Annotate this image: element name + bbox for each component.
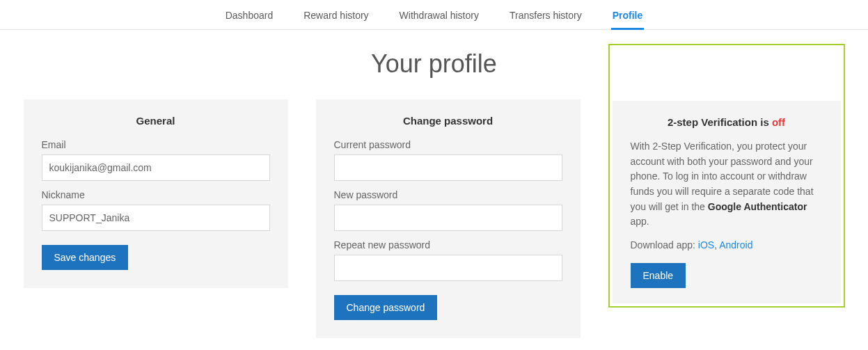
nav-reward-history[interactable]: Reward history (302, 4, 370, 29)
content-columns: General Email Nickname Save changes Chan… (10, 100, 859, 338)
download-ios-link[interactable]: iOS (698, 239, 714, 250)
two-step-verification-card: 2-step Verification is off With 2-Step V… (608, 44, 845, 308)
download-android-link[interactable]: Android (719, 239, 752, 250)
two-step-desc-after: app. (631, 216, 649, 227)
current-password-field[interactable] (334, 154, 562, 181)
download-prefix: Download app: (631, 239, 698, 250)
nav-dashboard[interactable]: Dashboard (224, 4, 275, 29)
two-step-status: off (772, 116, 785, 128)
nav-transfers-history[interactable]: Transfers history (508, 4, 583, 29)
email-label: Email (42, 139, 270, 150)
change-password-button[interactable]: Change password (334, 295, 438, 320)
nickname-field[interactable] (42, 205, 270, 231)
current-password-label: Current password (334, 139, 562, 150)
general-heading: General (42, 115, 270, 127)
nav-withdrawal-history[interactable]: Withdrawal history (398, 4, 480, 29)
save-changes-button[interactable]: Save changes (42, 245, 129, 270)
password-heading: Change password (334, 115, 562, 127)
enable-two-step-button[interactable]: Enable (631, 263, 686, 288)
download-line: Download app: iOS, Android (631, 239, 823, 250)
two-step-description: With 2-Step Verification, you protect yo… (631, 139, 823, 230)
nav-profile[interactable]: Profile (611, 4, 645, 30)
repeat-password-field[interactable] (334, 255, 562, 281)
change-password-card: Change password Current password New pas… (316, 100, 581, 338)
two-step-desc-strong: Google Authenticator (708, 201, 807, 212)
repeat-password-label: Repeat new password (334, 239, 562, 250)
two-step-title-prefix: 2-step Verification is (668, 116, 772, 128)
new-password-label: New password (334, 189, 562, 200)
two-step-title: 2-step Verification is off (631, 116, 823, 128)
top-nav: Dashboard Reward history Withdrawal hist… (0, 0, 868, 30)
general-card: General Email Nickname Save changes (24, 100, 288, 288)
two-step-inner: 2-step Verification is off With 2-Step V… (613, 101, 841, 303)
new-password-field[interactable] (334, 205, 562, 231)
nickname-label: Nickname (42, 189, 270, 200)
email-field[interactable] (42, 154, 270, 181)
